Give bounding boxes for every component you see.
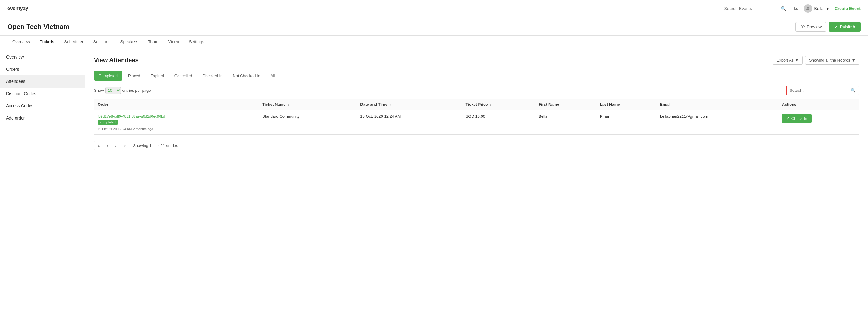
svg-point-0: [807, 7, 809, 8]
checkmark-icon: ✓: [834, 24, 838, 29]
nav-right: 🔍 ✉ Bella ▼ Create Event: [721, 4, 861, 13]
avatar: [804, 4, 812, 13]
cell-ticket-name: Standard Community: [259, 110, 356, 135]
entries-select[interactable]: 10 25 50 100: [105, 87, 121, 94]
user-dropdown-icon[interactable]: ▼: [826, 6, 830, 11]
tab-navigation: Overview Tickets Scheduler Sessions Spea…: [0, 36, 868, 48]
preview-label: Preview: [807, 24, 822, 29]
search-magnifier-icon: 🔍: [850, 88, 856, 93]
status-tab-checked-in[interactable]: Checked In: [198, 71, 227, 81]
attendee-search-button[interactable]: 🔍: [847, 86, 859, 95]
attendee-search-input[interactable]: [786, 86, 847, 95]
status-tab-placed[interactable]: Placed: [124, 71, 145, 81]
col-ticket-price: Ticket Price ↕: [462, 99, 535, 110]
eye-icon: 👁: [800, 24, 805, 30]
top-navigation: eventyay 🔍 ✉ Bella ▼ Create Event: [0, 0, 868, 17]
col-email: Email: [656, 99, 778, 110]
cell-ticket-price: SGD 10.00: [462, 110, 535, 135]
entries-suffix: entries per page: [122, 88, 151, 93]
status-tab-all[interactable]: All: [266, 71, 279, 81]
check-in-label: Check-In: [792, 116, 807, 121]
records-label: Showing all the records: [809, 58, 850, 63]
show-label: Show: [94, 88, 104, 93]
status-tab-cancelled[interactable]: Cancelled: [170, 71, 197, 81]
publish-label: Publish: [840, 24, 855, 29]
sidebar-item-add-order[interactable]: Add order: [0, 112, 85, 124]
check-in-button[interactable]: ✓ Check-In: [782, 114, 812, 123]
tab-video[interactable]: Video: [163, 36, 184, 48]
pagination-row: « ‹ › » Showing 1 - 1 of 1 entries: [94, 141, 860, 150]
tab-speakers[interactable]: Speakers: [115, 36, 143, 48]
col-last-name: Last Name: [596, 99, 656, 110]
price-sort-icon[interactable]: ↕: [490, 103, 492, 106]
datetime-sort-icon[interactable]: ↕: [390, 103, 391, 106]
search-icon: 🔍: [781, 6, 786, 11]
tab-scheduler[interactable]: Scheduler: [59, 36, 88, 48]
mail-icon[interactable]: ✉: [794, 5, 799, 12]
publish-button[interactable]: ✓ Publish: [829, 22, 861, 32]
page-title: Open Tech Vietnam: [7, 23, 69, 31]
preview-button[interactable]: 👁 Preview: [796, 22, 827, 32]
attendees-table: Order Ticket Name ↕ Date and Time ↕ Tick…: [94, 99, 860, 135]
pagination-info: Showing 1 - 1 of 1 entries: [133, 143, 178, 148]
main-content: View Attendees Export As ▼ Showing all t…: [85, 48, 868, 322]
search-wrap: 🔍: [786, 86, 860, 95]
col-date-time: Date and Time ↕: [356, 99, 462, 110]
content-title: View Attendees: [94, 57, 139, 64]
cell-order: f89d27e8-cdf9-4811-88ae-a6d2d0ec96bd com…: [94, 110, 259, 135]
table-row: f89d27e8-cdf9-4811-88ae-a6d2d0ec96bd com…: [94, 110, 860, 135]
cell-date-time: 15 Oct, 2020 12:24 AM: [356, 110, 462, 135]
tab-sessions[interactable]: Sessions: [88, 36, 115, 48]
entries-row: Show 10 25 50 100 entries per page 🔍: [94, 86, 860, 95]
export-label: Export As: [776, 58, 794, 63]
header-actions: 👁 Preview ✓ Publish: [796, 22, 861, 32]
cell-first-name: Bella: [535, 110, 596, 135]
main-layout: Overview Orders Attendees Discount Codes…: [0, 48, 868, 322]
table-header-row: Order Ticket Name ↕ Date and Time ↕ Tick…: [94, 99, 860, 110]
sidebar-item-access-codes[interactable]: Access Codes: [0, 100, 85, 112]
next-page-button[interactable]: ›: [112, 141, 120, 150]
sidebar-item-attendees[interactable]: Attendees: [0, 75, 85, 88]
order-id-link[interactable]: f89d27e8-cdf9-4811-88ae-a6d2d0ec96bd: [98, 114, 165, 119]
page-header: Open Tech Vietnam 👁 Preview ✓ Publish: [0, 17, 868, 36]
sidebar: Overview Orders Attendees Discount Codes…: [0, 48, 85, 322]
check-icon: ✓: [786, 116, 789, 121]
sidebar-item-discount-codes[interactable]: Discount Codes: [0, 88, 85, 100]
records-dropdown-icon: ▼: [851, 58, 856, 63]
status-tab-not-checked-in[interactable]: Not Checked In: [228, 71, 265, 81]
col-first-name: First Name: [535, 99, 596, 110]
tab-overview[interactable]: Overview: [7, 36, 35, 48]
col-actions: Actions: [778, 99, 860, 110]
create-event-button[interactable]: Create Event: [834, 6, 861, 11]
sidebar-item-overview[interactable]: Overview: [0, 51, 85, 63]
sidebar-item-orders[interactable]: Orders: [0, 63, 85, 75]
ticket-sort-icon[interactable]: ↕: [288, 103, 289, 106]
status-tab-expired[interactable]: Expired: [146, 71, 169, 81]
search-bar[interactable]: 🔍: [721, 5, 789, 12]
col-order: Order: [94, 99, 259, 110]
records-filter-button[interactable]: Showing all the records ▼: [805, 56, 860, 65]
prev-page-button[interactable]: ‹: [103, 141, 112, 150]
col-ticket-name: Ticket Name ↕: [259, 99, 356, 110]
export-button[interactable]: Export As ▼: [773, 56, 803, 65]
tab-team[interactable]: Team: [143, 36, 163, 48]
tab-settings[interactable]: Settings: [184, 36, 209, 48]
order-date: 15 Oct, 2020 12:24 AM 2 months ago: [98, 127, 255, 131]
brand-logo[interactable]: eventyay: [7, 6, 28, 11]
status-tab-completed[interactable]: Completed: [94, 71, 122, 81]
cell-email: bellaphan2211@gmail.com: [656, 110, 778, 135]
tab-tickets[interactable]: Tickets: [35, 36, 59, 48]
export-dropdown-icon: ▼: [795, 58, 799, 63]
content-header: View Attendees Export As ▼ Showing all t…: [94, 56, 860, 65]
status-tabs: Completed Placed Expired Cancelled Check…: [94, 71, 860, 81]
cell-actions: ✓ Check-In: [778, 110, 860, 135]
entries-per-page: Show 10 25 50 100 entries per page: [94, 87, 151, 94]
first-page-button[interactable]: «: [94, 141, 103, 150]
status-badge: completed: [98, 120, 118, 125]
search-input[interactable]: [724, 6, 779, 11]
pagination-buttons: « ‹ › »: [94, 141, 129, 150]
cell-last-name: Phan: [596, 110, 656, 135]
last-page-button[interactable]: »: [120, 141, 129, 150]
content-header-actions: Export As ▼ Showing all the records ▼: [773, 56, 860, 65]
user-area[interactable]: Bella ▼: [804, 4, 830, 13]
